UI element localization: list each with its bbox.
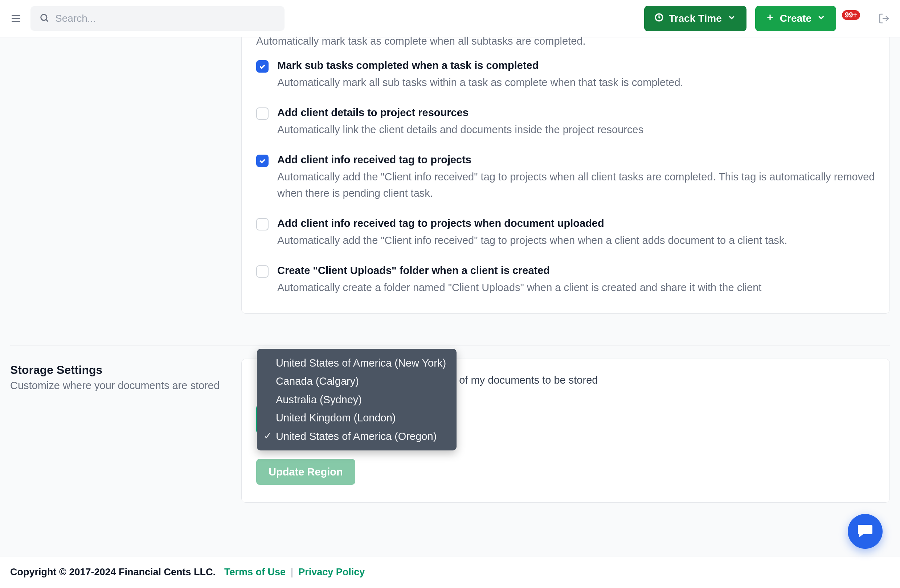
- setting-row: Add client details to project resourcesA…: [256, 107, 875, 138]
- storage-card: Select the location where you would like…: [241, 358, 890, 503]
- check-icon: ✓: [264, 429, 272, 444]
- region-option-label: Australia (Sydney): [276, 391, 362, 408]
- create-button[interactable]: Create: [755, 6, 836, 31]
- region-option-label: Canada (Calgary): [276, 373, 359, 389]
- setting-row: Mark sub tasks completed when a task is …: [256, 59, 875, 91]
- setting-title: Create "Client Uploads" folder when a cl…: [277, 265, 761, 276]
- automation-settings-list: Mark sub tasks completed when a task is …: [256, 59, 875, 296]
- copyright-text: Copyright © 2017-2024 Financial Cents LL…: [10, 566, 216, 578]
- clock-icon: [654, 13, 664, 25]
- chat-icon: [857, 522, 874, 541]
- automation-settings-card: Automatically mark task as complete when…: [241, 37, 890, 313]
- region-option-label: United Kingdom (London): [276, 410, 396, 426]
- setting-desc: Automatically create a folder named "Cli…: [277, 279, 761, 296]
- setting-title: Mark sub tasks completed when a task is …: [277, 59, 683, 71]
- track-time-label: Track Time: [669, 13, 722, 24]
- cutoff-setting-desc: Automatically mark task as complete when…: [256, 35, 875, 47]
- region-option-label: United States of America (Oregon): [276, 428, 436, 445]
- region-dropdown[interactable]: United States of America (New York)Canad…: [257, 349, 456, 450]
- section-divider: [10, 346, 890, 346]
- region-option[interactable]: United States of America (New York): [264, 354, 447, 372]
- setting-desc: Automatically mark all sub tasks within …: [277, 74, 683, 91]
- region-option[interactable]: Australia (Sydney): [264, 391, 447, 409]
- footer-separator: |: [291, 566, 293, 578]
- region-option[interactable]: United Kingdom (London): [264, 409, 447, 427]
- setting-checkbox[interactable]: [256, 265, 268, 278]
- update-region-button[interactable]: Update Region: [256, 459, 355, 485]
- menu-icon[interactable]: [10, 13, 22, 24]
- chevron-down-icon: [816, 13, 826, 25]
- terms-link[interactable]: Terms of Use: [224, 566, 286, 578]
- search-box[interactable]: [31, 6, 284, 31]
- setting-checkbox[interactable]: [256, 60, 268, 73]
- svg-point-3: [41, 14, 47, 20]
- setting-desc: Automatically add the "Client info recei…: [277, 169, 875, 202]
- plus-icon: [765, 13, 775, 25]
- storage-row-absolute: Select the location where you would like…: [10, 358, 890, 503]
- create-label: Create: [780, 13, 812, 24]
- svg-line-4: [46, 20, 48, 22]
- setting-desc: Automatically link the client details an…: [277, 122, 644, 138]
- setting-checkbox[interactable]: [256, 107, 268, 120]
- track-time-button[interactable]: Track Time: [644, 6, 746, 31]
- setting-desc: Automatically add the "Client info recei…: [277, 232, 787, 249]
- setting-row: Add client info received tag to projects…: [256, 154, 875, 202]
- search-icon: [39, 13, 50, 24]
- logout-icon[interactable]: [878, 13, 890, 24]
- setting-title: Add client info received tag to projects…: [277, 217, 787, 230]
- setting-row: Add client info received tag to projects…: [256, 217, 875, 249]
- setting-checkbox[interactable]: [256, 155, 268, 167]
- chevron-down-icon: [727, 13, 736, 25]
- setting-checkbox[interactable]: [256, 218, 268, 231]
- search-input[interactable]: [55, 13, 276, 24]
- setting-title: Add client details to project resources: [277, 107, 644, 119]
- setting-row: Create "Client Uploads" folder when a cl…: [256, 265, 875, 296]
- footer: Copyright © 2017-2024 Financial Cents LL…: [0, 556, 900, 588]
- setting-title: Add client info received tag to projects: [277, 154, 875, 166]
- notification-badge: 99+: [842, 10, 860, 20]
- region-option-label: United States of America (New York): [276, 355, 446, 371]
- region-option[interactable]: ✓United States of America (Oregon): [264, 427, 447, 445]
- region-option[interactable]: Canada (Calgary): [264, 372, 447, 390]
- chat-fab[interactable]: [848, 514, 883, 549]
- privacy-link[interactable]: Privacy Policy: [298, 566, 365, 578]
- app-header: Track Time Create 99+: [0, 0, 900, 37]
